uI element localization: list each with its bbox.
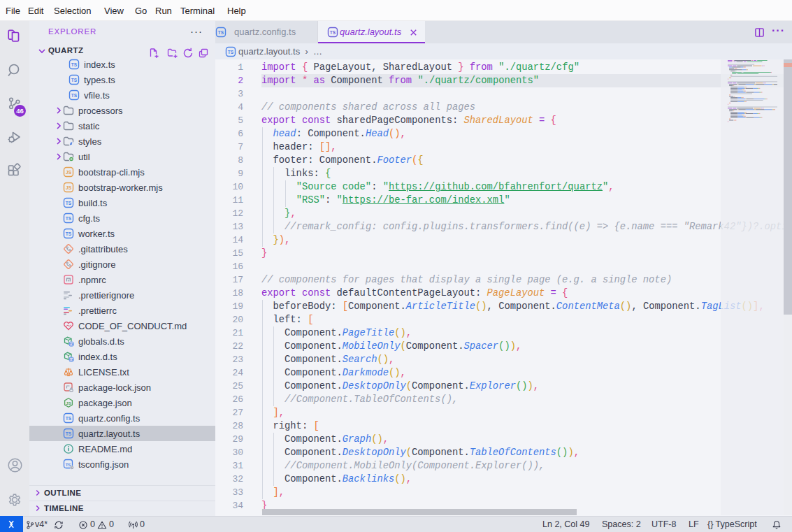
svg-text:TS: TS	[66, 231, 72, 236]
svg-text:JS: JS	[66, 185, 72, 190]
svg-text:JS: JS	[66, 401, 71, 405]
svg-text:TS: TS	[330, 30, 336, 35]
svg-text:TS: TS	[69, 358, 73, 361]
svg-text:TS: TS	[218, 30, 224, 35]
svg-text:TS: TS	[66, 201, 72, 206]
svg-text:TS: TS	[66, 216, 72, 221]
svg-text:TS: TS	[228, 50, 234, 55]
svg-text:TS: TS	[66, 463, 71, 467]
svg-text:TS: TS	[69, 343, 73, 346]
svg-text:TS: TS	[71, 93, 78, 98]
svg-text:JS: JS	[66, 170, 72, 175]
svg-text:TS: TS	[66, 416, 72, 421]
svg-text:TS: TS	[71, 78, 78, 82]
svg-text:TS: TS	[71, 62, 78, 67]
svg-text:TS: TS	[66, 431, 72, 436]
